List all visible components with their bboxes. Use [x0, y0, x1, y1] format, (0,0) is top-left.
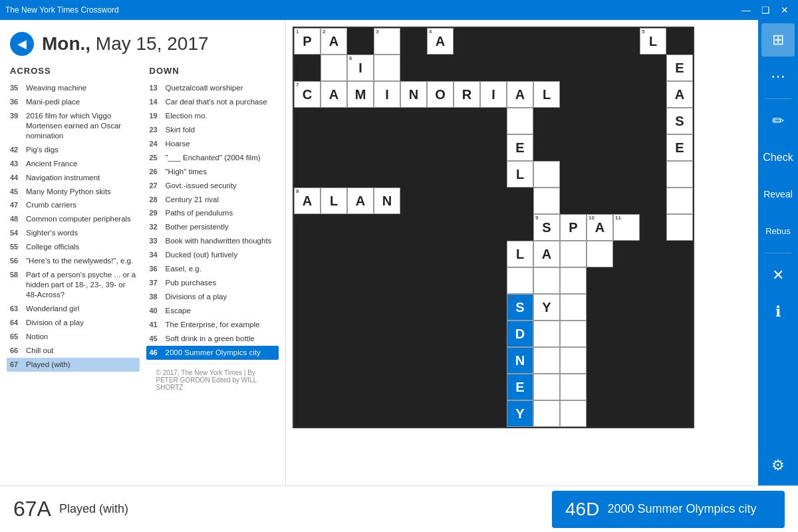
- cell-12-8[interactable]: N: [507, 347, 533, 374]
- cell-6-10[interactable]: [560, 188, 587, 214]
- cell-9-6[interactable]: [454, 267, 480, 294]
- cell-13-4[interactable]: [400, 374, 427, 400]
- cell-7-10[interactable]: P: [560, 214, 587, 241]
- clue-down-14[interactable]: 14 Car deal that's not a purchase: [146, 95, 279, 109]
- reveal-button[interactable]: Reveal: [761, 178, 795, 211]
- clue-across-65[interactable]: 65 Notion: [7, 330, 140, 344]
- clue-down-40[interactable]: 40 Escape: [146, 304, 279, 318]
- cell-3-0[interactable]: [294, 108, 321, 134]
- cell-10-11[interactable]: [587, 294, 613, 321]
- clue-down-19[interactable]: 19 Election mo.: [146, 109, 279, 123]
- cell-14-1[interactable]: [321, 400, 347, 427]
- cell-11-12[interactable]: [613, 321, 640, 347]
- clue-across-47[interactable]: 47 Crumb carriers: [7, 198, 140, 212]
- clue-across-56[interactable]: 56 "Here's to the newlyweds!", e.g.: [7, 254, 140, 268]
- cell-11-8[interactable]: D: [507, 321, 533, 347]
- cell-4-6[interactable]: [454, 134, 480, 161]
- cell-7-4[interactable]: [400, 214, 427, 241]
- cell-5-5[interactable]: [427, 161, 454, 188]
- cell-8-10[interactable]: [560, 241, 587, 267]
- cell-1-11[interactable]: [587, 55, 613, 81]
- maximize-button[interactable]: ❑: [757, 5, 774, 15]
- cell-6-9[interactable]: [533, 188, 560, 214]
- cell-12-12[interactable]: [613, 347, 640, 374]
- crossword-grid[interactable]: 1P2A34A5L6IE7CAMINORIALASEEL8ALAN9SP10A1…: [293, 27, 694, 428]
- cell-9-13[interactable]: [640, 267, 666, 294]
- cell-7-0[interactable]: [294, 214, 321, 241]
- cell-10-7[interactable]: [480, 294, 507, 321]
- cell-12-3[interactable]: [374, 347, 400, 374]
- cell-12-0[interactable]: [294, 347, 321, 374]
- minimize-button[interactable]: —: [737, 5, 755, 15]
- cell-10-2[interactable]: [347, 294, 374, 321]
- cell-5-10[interactable]: [560, 161, 587, 188]
- cell-3-1[interactable]: [321, 108, 347, 134]
- cell-13-7[interactable]: [480, 374, 507, 400]
- cell-1-13[interactable]: [640, 55, 666, 81]
- cell-13-9[interactable]: [533, 374, 560, 400]
- cell-1-4[interactable]: [400, 55, 427, 81]
- cell-9-12[interactable]: [613, 267, 640, 294]
- info-button[interactable]: ℹ: [761, 295, 795, 329]
- cell-0-8[interactable]: [507, 28, 533, 55]
- cell-14-8[interactable]: Y: [507, 400, 533, 427]
- cell-1-10[interactable]: [560, 55, 587, 81]
- cell-9-10[interactable]: [560, 267, 587, 294]
- cell-11-14[interactable]: [666, 321, 693, 347]
- cell-0-10[interactable]: [560, 28, 587, 55]
- cell-4-1[interactable]: [321, 134, 347, 161]
- cell-6-4[interactable]: [400, 188, 427, 214]
- check-button[interactable]: Check: [761, 141, 795, 174]
- clue-down-41[interactable]: 41 The Enterprise, for example: [146, 318, 279, 332]
- cell-13-0[interactable]: [294, 374, 321, 400]
- cell-3-11[interactable]: [587, 108, 613, 134]
- cell-6-1[interactable]: L: [321, 188, 347, 214]
- cell-5-6[interactable]: [454, 161, 480, 188]
- cell-8-8[interactable]: L: [507, 241, 533, 267]
- clue-down-45[interactable]: 45 Soft drink in a green bottle: [146, 332, 279, 346]
- cell-2-6[interactable]: R: [454, 81, 480, 108]
- cell-9-8[interactable]: [507, 267, 533, 294]
- cell-2-0[interactable]: 7C: [294, 81, 321, 108]
- cell-1-12[interactable]: [613, 55, 640, 81]
- cell-12-9[interactable]: [533, 347, 560, 374]
- cell-2-14[interactable]: A: [666, 81, 693, 108]
- cell-10-8[interactable]: 13S: [507, 294, 533, 321]
- cell-4-8[interactable]: E: [507, 134, 533, 161]
- cell-9-4[interactable]: [400, 267, 427, 294]
- clue-across-44[interactable]: 44 Navigation instrument: [7, 171, 140, 185]
- cell-0-4[interactable]: [400, 28, 427, 55]
- cell-9-1[interactable]: [321, 267, 347, 294]
- cell-1-1[interactable]: [321, 55, 347, 81]
- cell-6-11[interactable]: [587, 188, 613, 214]
- cell-5-1[interactable]: [321, 161, 347, 188]
- cell-5-14[interactable]: [666, 161, 693, 188]
- cell-1-2[interactable]: 6I: [347, 55, 374, 81]
- cell-10-13[interactable]: [640, 294, 666, 321]
- cell-0-13[interactable]: 5L: [640, 28, 666, 55]
- back-button[interactable]: ◀: [10, 32, 34, 56]
- cell-12-6[interactable]: [454, 347, 480, 374]
- clue-across-36[interactable]: 36 Mani-pedi place: [7, 95, 140, 109]
- cell-12-1[interactable]: [321, 347, 347, 374]
- cell-4-10[interactable]: [560, 134, 587, 161]
- cell-7-8[interactable]: [507, 214, 533, 241]
- cell-4-9[interactable]: [533, 134, 560, 161]
- cell-13-11[interactable]: [587, 374, 613, 400]
- cell-7-7[interactable]: [480, 214, 507, 241]
- cell-2-13[interactable]: [640, 81, 666, 108]
- clue-across-42[interactable]: 42 Pig's digs: [7, 143, 140, 157]
- clue-down-27[interactable]: 27 Govt.-issued security: [146, 179, 279, 193]
- cell-5-3[interactable]: [374, 161, 400, 188]
- cell-9-2[interactable]: [347, 267, 374, 294]
- cell-14-13[interactable]: [640, 400, 666, 427]
- cell-1-6[interactable]: [454, 55, 480, 81]
- cell-3-7[interactable]: [480, 108, 507, 134]
- cell-8-9[interactable]: A: [533, 241, 560, 267]
- clue-across-63[interactable]: 63 Wonderland girl: [7, 302, 140, 316]
- cell-2-9[interactable]: L: [533, 81, 560, 108]
- cell-8-11[interactable]: [587, 241, 613, 267]
- cell-7-3[interactable]: [374, 214, 400, 241]
- cell-0-3[interactable]: 3: [374, 28, 400, 55]
- clue-down-46[interactable]: 46 2000 Summer Olympics city: [146, 346, 279, 360]
